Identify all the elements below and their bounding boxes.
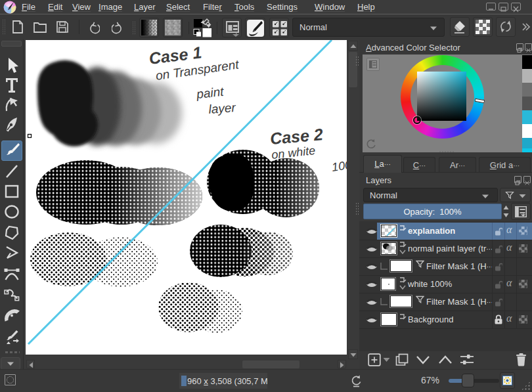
svg-text:layer: layer bbox=[208, 100, 236, 116]
svg-text:paint: paint bbox=[195, 85, 225, 101]
